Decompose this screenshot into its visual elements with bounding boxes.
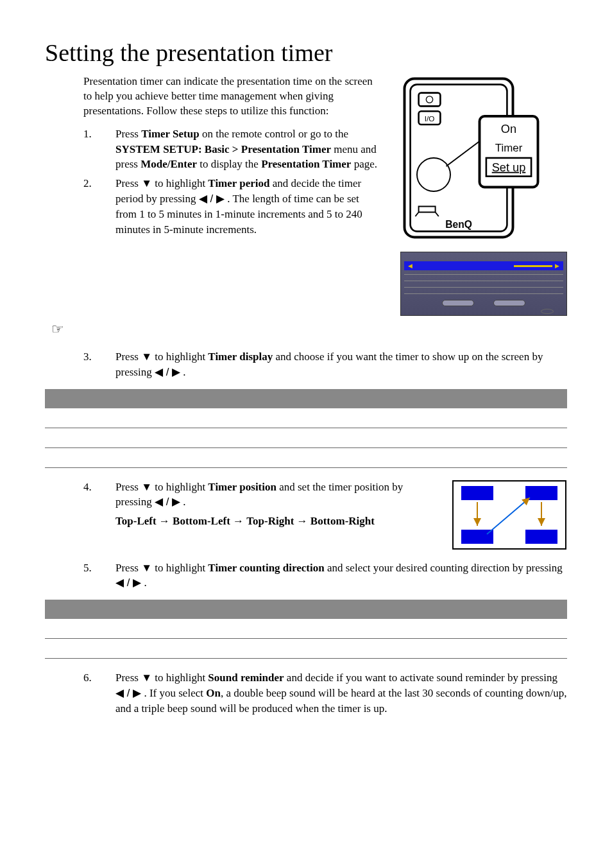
svg-rect-2 [419, 93, 441, 107]
intro-paragraph: Presentation timer can indicate the pres… [83, 74, 381, 119]
table1-header-1: Selection [45, 389, 148, 408]
timer-display-table: Selection Description Always Displays th… [45, 389, 567, 468]
table2-header-2: Description [148, 600, 567, 619]
step-number-5: 5. [83, 560, 115, 591]
right-arrow-icon: → [233, 515, 244, 527]
svg-rect-15 [461, 486, 493, 500]
table2-r1c1: Count up [45, 619, 148, 639]
left-right-arrow-icon: ◀ / ▶ [115, 687, 141, 699]
svg-text:BenQ: BenQ [445, 219, 472, 230]
down-arrow-icon: ▼ [141, 562, 152, 574]
timer-position-diagram [452, 480, 567, 553]
table2-r2c1: Count down [45, 639, 148, 659]
svg-rect-18 [525, 530, 557, 544]
page-title: Setting the presentation timer [45, 39, 567, 67]
step-5-text: Press ▼ to highlight Timer counting dire… [115, 560, 567, 591]
svg-text:Set up: Set up [492, 161, 526, 174]
step-number-6: 6. [83, 670, 115, 716]
table1-r3c1: Never [45, 447, 148, 467]
right-arrow-icon: → [297, 515, 308, 527]
svg-rect-17 [461, 530, 493, 544]
step-number-2: 2. [83, 176, 115, 237]
step-6-text: Press ▼ to highlight Sound reminder and … [115, 670, 567, 716]
remote-control-illustration: I/O BenQ On Timer Set up [400, 74, 567, 241]
step-number-1: 1. [83, 126, 115, 172]
down-arrow-icon: ▼ [141, 351, 152, 363]
table1-r2c2: Displays the timer on screen in the last… [148, 428, 567, 447]
svg-text:Timer: Timer [495, 142, 523, 154]
down-arrow-icon: ▼ [141, 672, 152, 684]
left-right-arrow-icon: ◀ / ▶ [155, 496, 180, 508]
step-number-3: 3. [83, 349, 115, 380]
left-right-arrow-icon: ◀ / ▶ [199, 193, 225, 205]
left-right-arrow-icon: ◀ / ▶ [155, 366, 180, 378]
svg-text:I/O: I/O [425, 114, 435, 123]
table2-r1c2: Increases from 0 to the preset time. [148, 619, 567, 639]
svg-text:On: On [501, 123, 516, 135]
menu-screenshot: ◀ ▶ [400, 252, 567, 316]
right-arrow-icon: → [159, 515, 170, 527]
table2-r2c2: Decreases from the preset time to 0. [148, 639, 567, 659]
table1-r2c1: 1 min/2 min/3 min [45, 428, 148, 447]
table1-r1c2: Displays the timer on screen throughout … [148, 408, 567, 428]
note-icon: ☞ [51, 321, 567, 338]
step-3-text: Press ▼ to highlight Timer display and c… [115, 349, 567, 380]
table1-r1c1: Always [45, 408, 148, 428]
counting-direction-table: Selection Description Count up Increases… [45, 600, 567, 659]
step-4-text: Press ▼ to highlight Timer position and … [115, 480, 432, 529]
table1-header-2: Description [148, 389, 567, 408]
table2-header-1: Selection [45, 600, 148, 619]
down-arrow-icon: ▼ [141, 481, 152, 493]
table1-r3c2: Hides the timer throughout the presentat… [148, 447, 567, 467]
step-2-text: Press ▼ to highlight Timer period and de… [115, 176, 381, 237]
step-1-text: Press Timer Setup on the remote control … [115, 126, 381, 172]
step-number-4: 4. [83, 480, 115, 529]
down-arrow-icon: ▼ [141, 177, 152, 189]
left-right-arrow-icon: ◀ / ▶ [115, 577, 141, 589]
